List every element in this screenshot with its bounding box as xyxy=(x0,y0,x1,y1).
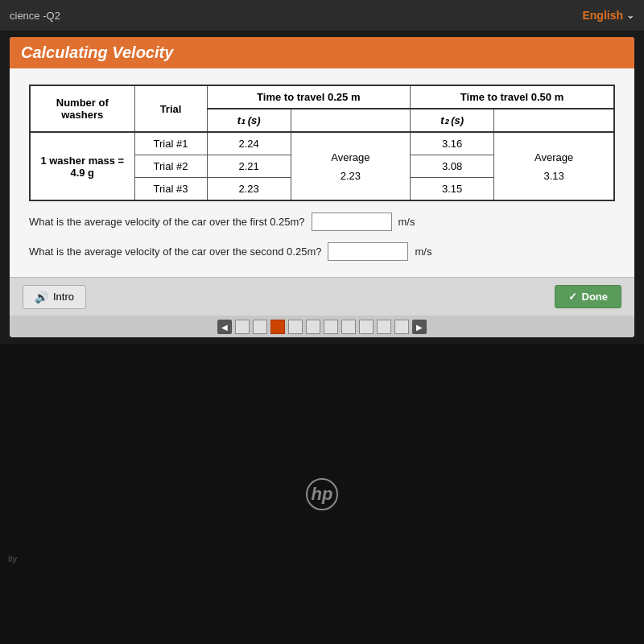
question-1-input[interactable] xyxy=(312,213,392,231)
col-header-avg2 xyxy=(494,109,614,132)
col-header-t2-main: Time to travel 0.50 m xyxy=(411,85,614,109)
page-box-3-active[interactable] xyxy=(270,320,285,334)
question-1-row: What is the average velocity of the car … xyxy=(29,213,615,231)
main-content: Number of washers Trial Time to travel 0… xyxy=(10,68,634,277)
avg1-cell: Average 2.23 xyxy=(291,132,410,200)
top-bar: cience -Q2 English ⌄ xyxy=(0,0,644,31)
page-box-1[interactable] xyxy=(235,320,250,334)
col-header-t2-sub: t₂ (s) xyxy=(411,109,494,132)
language-selector[interactable]: English ⌄ xyxy=(582,9,634,22)
trial-1-t2: 3.16 xyxy=(411,132,494,155)
question-1-text: What is the average velocity of the car … xyxy=(29,216,305,228)
intro-button-label: Intro xyxy=(53,291,74,303)
page-controls: ◀ ▶ xyxy=(217,320,427,334)
col-header-t1-sub: t₁ (s) xyxy=(207,109,291,132)
washer-info-cell: 1 washer mass = 4.9 g xyxy=(30,132,134,200)
content-window: Calculating Velocity Number of washers T… xyxy=(10,37,634,337)
col-header-t1-main: Time to travel 0.25 m xyxy=(207,85,411,109)
table-row: 1 washer mass = 4.9 g Trial #1 2.24 Aver… xyxy=(30,132,614,155)
question-2-text: What is the average velocity of the car … xyxy=(29,246,321,258)
page-box-5[interactable] xyxy=(306,320,320,334)
page-box-6[interactable] xyxy=(324,320,338,334)
trial-2-t2: 3.08 xyxy=(411,155,494,178)
page-box-9[interactable] xyxy=(377,320,391,334)
intro-button[interactable]: 🔊 Intro xyxy=(23,285,86,309)
trial-3-t2: 3.15 xyxy=(411,178,494,201)
avg2-cell: Average 3.13 xyxy=(494,132,614,200)
trial-1-t1: 2.24 xyxy=(207,132,291,155)
page-box-2[interactable] xyxy=(253,320,267,334)
col-header-avg1 xyxy=(291,109,410,132)
trial-1-label: Trial #1 xyxy=(134,132,207,155)
page-prev-button[interactable]: ◀ xyxy=(217,320,232,334)
bottom-label: ity xyxy=(8,554,17,564)
page-title: Calculating Velocity xyxy=(21,43,623,62)
page-box-4[interactable] xyxy=(288,320,303,334)
table-header-row: Number of washers Trial Time to travel 0… xyxy=(30,85,614,109)
chevron-down-icon: ⌄ xyxy=(626,10,634,21)
bottom-dark-area: hp xyxy=(0,344,644,644)
avg2-value: 3.13 xyxy=(501,170,607,182)
app-title: cience -Q2 xyxy=(10,10,60,22)
done-button-label: Done xyxy=(582,291,609,303)
avg1-label: Average xyxy=(298,151,403,163)
checkmark-icon: ✓ xyxy=(568,291,577,303)
trial-2-t1: 2.21 xyxy=(207,155,291,178)
page-box-10[interactable] xyxy=(394,320,409,334)
window-title-bar: Calculating Velocity xyxy=(10,37,634,68)
done-button[interactable]: ✓ Done xyxy=(555,285,622,308)
page-next-button[interactable]: ▶ xyxy=(412,320,427,334)
question-2-row: What is the average velocity of the car … xyxy=(29,242,615,261)
language-label: English xyxy=(582,9,623,22)
question-2-input[interactable] xyxy=(328,242,408,261)
question-1-unit: m/s xyxy=(398,216,415,228)
trial-3-t1: 2.23 xyxy=(207,178,291,201)
data-table: Number of washers Trial Time to travel 0… xyxy=(29,85,615,201)
question-2-unit: m/s xyxy=(415,246,431,258)
bottom-bar: 🔊 Intro ✓ Done xyxy=(10,277,634,316)
trial-2-label: Trial #2 xyxy=(134,155,207,178)
avg2-label: Average xyxy=(501,151,607,163)
trial-3-label: Trial #3 xyxy=(134,178,207,201)
speaker-icon: 🔊 xyxy=(35,291,48,303)
col-header-trial: Trial xyxy=(134,85,207,132)
page-box-7[interactable] xyxy=(341,320,356,334)
pagination-bar: ◀ ▶ 3 of 10 xyxy=(10,316,634,337)
hp-logo: hp xyxy=(306,478,338,510)
col-header-washers: Number of washers xyxy=(30,85,134,132)
page-box-8[interactable] xyxy=(359,320,374,334)
avg1-value: 2.23 xyxy=(298,170,403,182)
